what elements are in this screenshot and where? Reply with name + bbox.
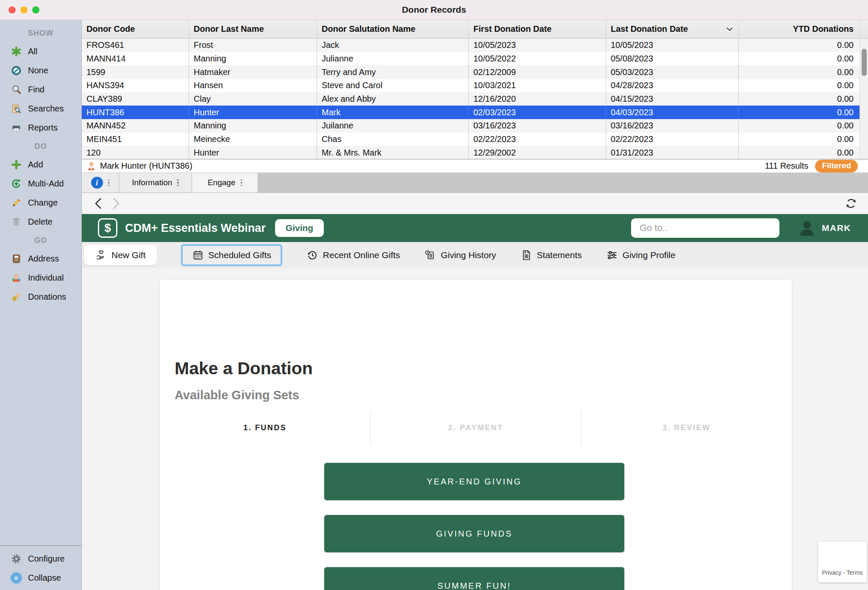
column-header-ytd[interactable]: YTD Donations [738,20,860,38]
sidebar-item-configure[interactable]: Configure [0,549,81,568]
table-row-selected[interactable]: HUNT386 Hunter Mark 02/03/2023 04/03/202… [82,106,868,119]
filtered-badge[interactable]: Filtered [815,160,858,173]
cell-donor-code: MANN452 [82,119,189,133]
sidebar-item-add[interactable]: Add [0,155,81,174]
cell-first-date: 02/12/2009 [468,65,606,79]
giving-set-year-end[interactable]: YEAR-END GIVING [324,463,624,500]
giving-set-summer-fun[interactable]: SUMMER FUN! [324,567,624,590]
cell-last-name: Meinecke [189,133,317,146]
sidebar-item-individual[interactable]: Individual [0,268,81,287]
table-header: Donor Code Donor Last Name Donor Salutat… [82,20,868,39]
page-subtitle: Available Giving Sets [175,388,299,402]
cell-ytd: 0.00 [738,39,860,52]
nav-new-gift[interactable]: New Gift [84,245,157,265]
info-icon: i [91,177,103,189]
nav-statements[interactable]: $ Statements [520,249,582,261]
cell-last-name: Hansen [189,79,317,92]
sidebar-item-change[interactable]: Change [0,193,81,212]
table-row[interactable]: CLAY389 Clay Alex and Abby 12/16/2020 04… [82,92,868,106]
refresh-icon[interactable] [843,196,859,211]
recaptcha-icon [834,548,851,566]
nav-scheduled-gifts[interactable]: Scheduled Gifts [181,244,282,266]
sidebar-item-label: Add [28,160,43,170]
cell-last-name: Clay [189,92,317,106]
sidebar-item-label: Address [28,254,59,264]
column-label: First Donation Date [473,24,551,34]
cell-last-name: Hunter [189,146,317,159]
table-scrollbar[interactable] [860,39,868,159]
sidebar-item-all[interactable]: All [0,42,81,61]
table-row[interactable]: FROS461 Frost Jack 10/05/2023 10/05/2023… [82,39,868,52]
column-header-last-name[interactable]: Donor Last Name [189,20,317,38]
tab-engage[interactable]: Engage [192,173,258,192]
step-funds: 1. FUNDS [160,411,370,445]
traffic-lights [8,6,39,14]
cell-first-date: 12/16/2020 [468,92,606,106]
sidebar-item-label: Configure [28,554,65,564]
nav-recent-online-gifts[interactable]: Recent Online Gifts [306,249,400,261]
column-header-first-donation[interactable]: First Donation Date [468,20,606,38]
column-header-last-donation[interactable]: Last Donation Date [606,20,738,38]
cell-last-date: 04/15/2023 [606,92,738,106]
column-label: Donor Code [86,24,135,34]
table-row[interactable]: MEIN451 Meinecke Chas 02/22/2023 02/22/2… [82,133,868,146]
giving-button[interactable]: Giving [275,219,324,237]
sidebar-item-donations[interactable]: $ Donations [0,287,81,306]
cell-salutation: Chas [317,133,468,146]
cell-last-date: 03/16/2023 [606,119,738,133]
tab-information[interactable]: Information [119,173,192,192]
tab-menu-icon[interactable] [177,179,179,186]
calendar-icon [192,249,204,261]
sidebar-item-collapse[interactable]: « Collapse [0,568,81,587]
sidebar-item-label: Multi-Add [28,179,64,189]
goto-input[interactable] [631,218,779,238]
sidebar-item-label: Reports [28,123,58,133]
sidebar-item-none[interactable]: None [0,61,81,80]
sidebar-item-multi-add[interactable]: Multi-Add [0,174,81,193]
recaptcha-badge[interactable]: Privacy - Terms [818,542,867,582]
back-button[interactable] [91,196,106,211]
nav-giving-history[interactable]: Giving History [424,249,496,261]
column-header-donor-code[interactable]: Donor Code [82,20,189,38]
cell-first-date: 03/16/2023 [468,119,606,133]
sidebar-footer: Configure « Collapse [0,545,81,590]
sidebar-item-address[interactable]: Address [0,249,81,268]
results-count: 111 Results [765,161,809,171]
minimize-button[interactable] [20,6,28,14]
step-payment: 2. PAYMENT [370,411,581,445]
sidebar-item-label: Delete [28,217,53,227]
forward-button[interactable] [109,196,123,211]
table-row[interactable]: MANN414 Manning Julianne 10/05/2022 05/0… [82,52,868,66]
table-row[interactable]: HANS394 Hansen Steve and Carol 10/03/202… [82,79,868,92]
column-header-salutation[interactable]: Donor Salutation Name [317,20,468,38]
table-row[interactable]: 120 Hunter Mr. & Mrs. Mark 12/29/2002 01… [82,146,868,159]
user-menu[interactable]: MARK [797,218,851,238]
cell-last-date: 01/31/2023 [606,146,738,159]
sidebar-item-searches[interactable]: Searches [0,99,81,118]
table-row[interactable]: 1599 Hatmaker Terry and Amy 02/12/2009 0… [82,65,868,79]
sidebar-item-reports[interactable]: Reports [0,118,81,137]
table-row[interactable]: MANN452 Manning Juilanne 03/16/2023 03/1… [82,119,868,133]
pencil-icon [9,198,23,209]
zoom-button[interactable] [32,6,39,14]
nav-label: Giving Profile [623,250,676,260]
printer-icon [9,122,23,134]
giving-set-giving-funds[interactable]: GIVING FUNDS [324,515,624,552]
sidebar-item-label: None [28,66,48,75]
tab-info[interactable]: i [82,173,119,192]
recaptcha-links[interactable]: Privacy - Terms [822,569,862,576]
sidebar-item-delete[interactable]: Delete [0,212,81,231]
history-clock-icon [306,249,318,261]
scrollbar-thumb[interactable] [862,49,867,76]
cell-donor-code: 120 [82,146,189,159]
close-button[interactable] [8,6,16,14]
plus-icon [9,159,23,170]
sidebar-item-find[interactable]: Find [0,80,81,99]
tab-menu-icon[interactable] [241,179,242,186]
nav-giving-profile[interactable]: Giving Profile [606,249,676,261]
cell-first-date: 02/03/2023 [468,106,606,119]
tab-menu-icon[interactable] [108,179,110,186]
sidebar: SHOW All None Find Searches Reports DO [0,20,82,590]
svg-text:$: $ [14,297,16,301]
cell-last-date: 10/05/2023 [606,39,738,52]
